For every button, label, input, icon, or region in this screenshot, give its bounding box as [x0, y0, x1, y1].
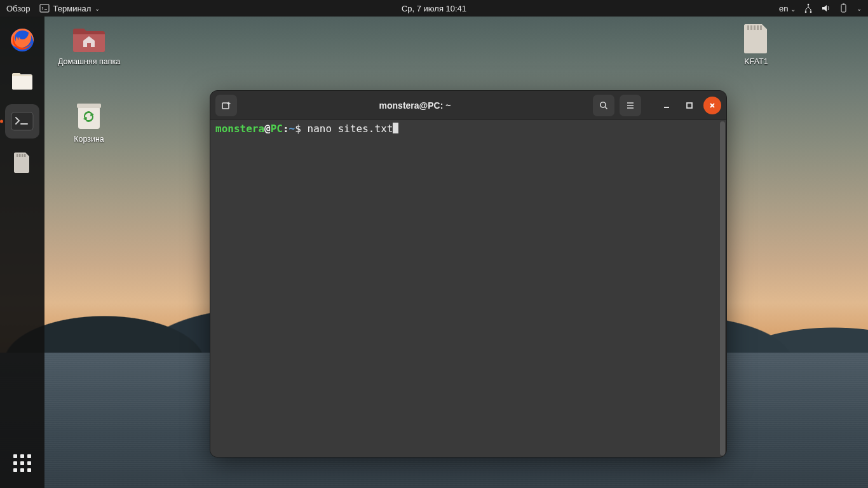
maximize-button[interactable] [681, 97, 698, 114]
svg-rect-14 [78, 106, 100, 129]
input-language-label: en [779, 4, 788, 13]
terminal-command-text: nano sites.txt [308, 123, 393, 135]
terminal-icon [39, 3, 50, 13]
dock [0, 17, 44, 488]
dock-item-firefox[interactable] [5, 23, 39, 57]
prompt-path: ~ [289, 123, 295, 135]
svg-rect-4 [841, 4, 846, 12]
firefox-icon [9, 27, 36, 53]
svg-point-1 [808, 4, 810, 6]
svg-rect-0 [40, 4, 49, 12]
svg-rect-11 [19, 154, 21, 157]
new-tab-button[interactable] [215, 95, 237, 116]
app-menu[interactable]: Терминал ⌄ [39, 3, 100, 13]
svg-point-3 [810, 11, 812, 13]
svg-rect-10 [17, 154, 18, 157]
svg-rect-8 [12, 77, 32, 90]
svg-rect-12 [22, 154, 24, 157]
prompt-symbol: $ [295, 123, 301, 135]
volume-icon[interactable] [821, 3, 831, 13]
top-bar: Обзор Терминал ⌄ Ср, 7 июля 10:41 en ⌄ ⌄ [0, 0, 868, 17]
desktop-icon-label: KFAT1 [718, 57, 794, 67]
terminal-body[interactable]: monstera@PC:~$ nano sites.txt [210, 120, 726, 457]
activities-button[interactable]: Обзор [6, 4, 31, 13]
prompt-host: PC [271, 123, 283, 135]
svg-rect-15 [77, 104, 101, 108]
chevron-down-icon: ⌄ [790, 6, 796, 13]
terminal-window: monstera@PC: ~ monstera@PC:~$ nano sites… [210, 90, 727, 458]
power-icon[interactable] [839, 3, 849, 13]
chevron-down-icon: ⌄ [95, 5, 100, 12]
search-button[interactable] [593, 95, 614, 116]
chevron-down-icon: ⌄ [857, 5, 862, 12]
svg-rect-18 [754, 25, 756, 30]
files-icon [9, 67, 36, 94]
window-title: monstera@PC: ~ [237, 100, 593, 111]
close-icon [709, 102, 716, 109]
app-menu-label: Терминал [53, 4, 92, 13]
terminal-command [301, 123, 308, 135]
trash-icon [71, 100, 107, 131]
terminal-scrollbar[interactable] [720, 121, 725, 456]
svg-rect-19 [757, 25, 759, 30]
svg-rect-20 [760, 25, 762, 30]
desktop-icon-label: Домашняя папка [51, 57, 127, 67]
sdcard-icon [738, 23, 775, 53]
desktop-icon-trash[interactable]: Корзина [51, 100, 127, 145]
prompt-at: @ [264, 123, 271, 135]
minimize-button[interactable] [658, 97, 675, 114]
svg-rect-23 [687, 103, 692, 108]
terminal-icon [9, 108, 36, 135]
svg-point-22 [600, 102, 606, 107]
input-language[interactable]: en ⌄ [779, 4, 796, 13]
svg-rect-17 [750, 25, 752, 30]
search-icon [599, 100, 609, 111]
minimize-icon [663, 102, 670, 109]
sdcard-icon [10, 150, 34, 174]
show-applications-button[interactable] [5, 446, 39, 480]
desktop-icon-label: Корзина [51, 135, 127, 145]
dock-item-terminal[interactable] [5, 104, 39, 139]
svg-point-2 [805, 11, 807, 13]
close-button[interactable] [703, 97, 721, 114]
prompt-colon: : [283, 123, 289, 135]
dock-item-sdcard[interactable] [5, 145, 39, 179]
dock-item-files[interactable] [5, 64, 39, 98]
desktop-icon-home[interactable]: Домашняя папка [51, 23, 127, 67]
desktop-icon-sdcard[interactable]: KFAT1 [718, 23, 794, 67]
terminal-cursor [393, 123, 398, 133]
clock[interactable]: Ср, 7 июля 10:41 [402, 4, 466, 13]
menu-button[interactable] [620, 95, 641, 116]
svg-rect-13 [24, 154, 26, 157]
apps-grid-icon [13, 454, 31, 472]
hamburger-icon [625, 100, 635, 111]
svg-rect-9 [11, 112, 33, 130]
svg-rect-16 [747, 25, 749, 30]
folder-home-icon [71, 23, 107, 53]
svg-rect-5 [843, 4, 844, 5]
maximize-icon [686, 102, 693, 109]
network-icon[interactable] [803, 3, 813, 13]
terminal-titlebar[interactable]: monstera@PC: ~ [210, 91, 726, 120]
prompt-user: monstera [215, 123, 264, 135]
new-tab-icon [221, 100, 231, 111]
